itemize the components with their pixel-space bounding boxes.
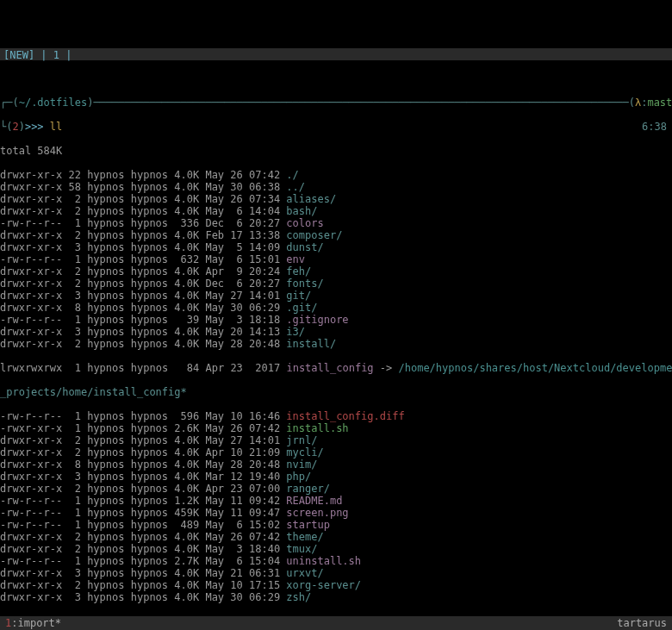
list-row: drwxr-xr-x 2 hypnos hypnos 4.0K Dec 6 20… [0, 278, 672, 290]
list-row: -rw-r--r-- 1 hypnos hypnos 632 May 6 15:… [0, 253, 672, 265]
status-hostname: tartarus [617, 617, 667, 629]
file-listing-1: drwxr-xr-x 22 hypnos hypnos 4.0K May 26 … [0, 169, 672, 350]
list-row: -rw-r--r-- 1 hypnos hypnos 489 May 6 15:… [0, 519, 672, 531]
list-row: -rw-r--r-- 1 hypnos hypnos 39 May 3 18:1… [0, 314, 672, 326]
file-listing-2: -rw-r--r-- 1 hypnos hypnos 596 May 10 16… [0, 410, 672, 603]
list-row: drwxr-xr-x 2 hypnos hypnos 4.0K May 26 0… [0, 531, 672, 543]
tab-index[interactable]: 1 [53, 49, 59, 61]
command-ll: ll [50, 121, 62, 133]
list-row: drwxr-xr-x 2 hypnos hypnos 4.0K Apr 10 2… [0, 446, 672, 458]
cwd-path: ~/.dotfiles [19, 97, 87, 109]
list-row: drwxr-xr-x 3 hypnos hypnos 4.0K May 30 0… [0, 591, 672, 603]
list-row: drwxr-xr-x 22 hypnos hypnos 4.0K May 26 … [0, 169, 672, 181]
git-branch: master [647, 97, 672, 109]
list-row: drwxr-xr-x 2 hypnos hypnos 4.0K May 10 1… [0, 579, 672, 591]
list-row: drwxr-xr-x 3 hypnos hypnos 4.0K May 27 1… [0, 290, 672, 302]
list-row: drwxr-xr-x 3 hypnos hypnos 4.0K Mar 12 1… [0, 471, 672, 483]
ls-total: total 584K [0, 145, 672, 157]
list-row: -rw-r--r-- 1 hypnos hypnos 2.7K May 6 15… [0, 555, 672, 567]
terminal-content[interactable]: ┌─(~/.dotfiles)─────────────────────────… [0, 84, 672, 630]
list-row: drwxr-xr-x 2 hypnos hypnos 4.0K May 27 1… [0, 434, 672, 446]
list-row: drwxr-xr-x 2 hypnos hypnos 4.0K May 28 2… [0, 338, 672, 350]
symlink-wrap: _projects/home/install_config* [0, 386, 672, 398]
prompt-cmd-1: └(2)>>> ll6:38 [0, 121, 672, 133]
list-row: -rw-r--r-- 1 hypnos hypnos 596 May 10 16… [0, 410, 672, 422]
list-row: drwxr-xr-x 2 hypnos hypnos 4.0K May 26 0… [0, 193, 672, 205]
list-row: drwxr-xr-x 2 hypnos hypnos 4.0K May 3 18… [0, 543, 672, 555]
list-row: drwxr-xr-x 3 hypnos hypnos 4.0K May 20 1… [0, 326, 672, 338]
tmux-statusbar[interactable]: 1:import* tartarus [0, 616, 672, 630]
list-row: drwxr-xr-x 3 hypnos hypnos 4.0K May 21 0… [0, 567, 672, 579]
list-row: -rw-r--r-- 1 hypnos hypnos 336 Dec 6 20:… [0, 217, 672, 229]
list-row: drwxr-xr-x 58 hypnos hypnos 4.0K May 30 … [0, 181, 672, 193]
tmux-tabbar[interactable]: [NEW] | 1 | [0, 48, 672, 60]
list-row: drwxr-xr-x 2 hypnos hypnos 4.0K Apr 23 0… [0, 483, 672, 495]
list-row: drwxr-xr-x 3 hypnos hypnos 4.0K May 5 14… [0, 241, 672, 253]
list-row: -rw-r--r-- 1 hypnos hypnos 459K May 11 0… [0, 507, 672, 519]
list-row: -rw-r--r-- 1 hypnos hypnos 1.2K May 11 0… [0, 495, 672, 507]
list-row: drwxr-xr-x 2 hypnos hypnos 4.0K Feb 17 1… [0, 229, 672, 241]
prompt-header-1: ┌─(~/.dotfiles)─────────────────────────… [0, 97, 672, 109]
time-1: 6:38 [642, 121, 672, 133]
list-row: drwxr-xr-x 2 hypnos hypnos 4.0K May 6 14… [0, 205, 672, 217]
status-window-name[interactable]: :import* [11, 617, 61, 629]
list-row: drwxr-xr-x 2 hypnos hypnos 4.0K Apr 9 20… [0, 265, 672, 278]
list-row: drwxr-xr-x 8 hypnos hypnos 4.0K May 30 0… [0, 302, 672, 314]
tab-new[interactable]: [NEW] [3, 49, 34, 61]
prompt-arrows: >>> [25, 121, 44, 133]
list-row: drwxr-xr-x 8 hypnos hypnos 4.0K May 28 2… [0, 458, 672, 471]
symlink-row: lrwxrwxrwx 1 hypnos hypnos 84 Apr 23 201… [0, 362, 672, 374]
list-row: -rwxr-xr-x 1 hypnos hypnos 2.6K May 26 0… [0, 422, 672, 434]
